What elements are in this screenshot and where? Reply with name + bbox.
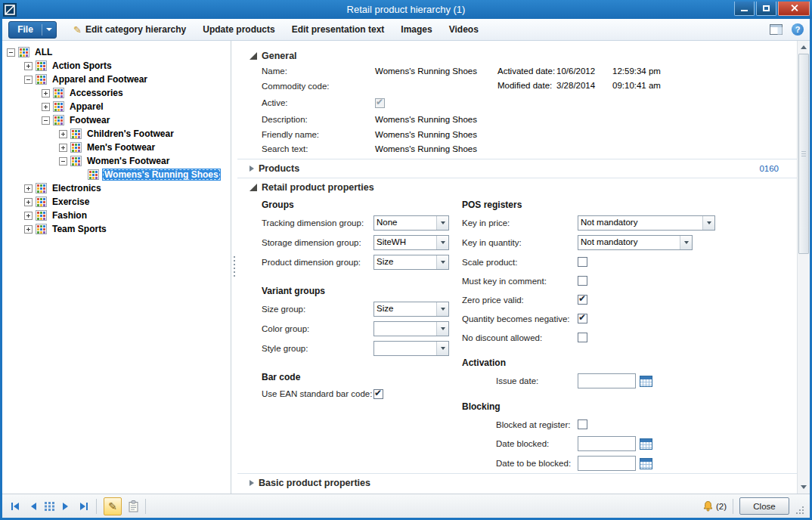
calendar-icon[interactable] [640, 438, 652, 450]
file-menu-button[interactable]: File [8, 21, 57, 39]
product-dimension-group-select[interactable]: Size [373, 255, 449, 270]
tree-item-electronics[interactable]: Electronics [2, 181, 231, 195]
scroll-up-button[interactable] [798, 41, 810, 54]
storage-dimension-group-select[interactable]: SiteWH [373, 235, 449, 250]
menu-item-edit-category-hierarchy[interactable]: ✎ Edit category hierarchy [73, 24, 186, 36]
scrollbar-thumb[interactable] [798, 54, 809, 254]
tracking-dimension-group-select[interactable]: None [373, 215, 449, 231]
basic-properties-section-header[interactable]: Basic product properties [237, 473, 797, 492]
field-row: Size group: Size [262, 299, 462, 319]
category-icon [70, 142, 82, 153]
menu-item-update-products[interactable]: Update products [203, 24, 274, 35]
expand-icon[interactable] [24, 212, 33, 220]
tree-item-all[interactable]: ALL [2, 45, 231, 59]
tree-item-womens-running-shoes[interactable]: Womens's Running Shoes [2, 168, 231, 181]
tree-item-footwear[interactable]: Footwear [2, 113, 231, 127]
field-label: Activated date: [497, 67, 556, 76]
style-group-select[interactable] [373, 341, 449, 356]
expand-icon[interactable] [24, 198, 33, 206]
help-icon[interactable]: ? [792, 23, 804, 36]
products-count-link[interactable]: 0160 [759, 164, 779, 173]
size-group-select[interactable]: Size [373, 302, 449, 317]
no-discount-allowed-checkbox[interactable] [578, 333, 587, 342]
calendar-icon[interactable] [640, 376, 652, 387]
expand-icon[interactable] [59, 130, 67, 138]
collapse-icon[interactable] [24, 76, 33, 84]
first-record-button[interactable] [10, 502, 22, 511]
expand-icon[interactable] [42, 89, 50, 98]
issue-date-input[interactable] [578, 373, 636, 388]
tree-item-action-sports[interactable]: Action Sports [2, 59, 231, 73]
expand-icon[interactable] [24, 62, 33, 70]
layout-pane-icon[interactable] [770, 24, 783, 35]
key-in-price-select[interactable]: Not mandatory [578, 215, 715, 231]
key-in-quantity-select[interactable]: Not mandatory [578, 235, 693, 250]
date-blocked-input[interactable] [578, 436, 636, 451]
menu-item-edit-presentation-text[interactable]: Edit presentation text [292, 24, 385, 35]
statusbar-divider [96, 499, 97, 514]
expand-icon[interactable] [42, 103, 50, 111]
expand-section-icon [249, 480, 254, 486]
field-row: Key in quantity: Not mandatory [462, 233, 797, 252]
field-label: Key in quantity: [462, 238, 578, 247]
category-icon [70, 156, 82, 166]
resize-grip[interactable] [795, 505, 805, 515]
expand-icon[interactable] [24, 225, 33, 234]
expand-icon[interactable] [24, 184, 33, 193]
field-row: Key in price: Not mandatory [462, 213, 797, 233]
field-row: Color group: [262, 319, 462, 339]
field-label: Quantity becomes negative: [462, 314, 578, 323]
retail-properties-section-header[interactable]: Retail product properties [237, 178, 797, 197]
color-group-select[interactable] [373, 321, 449, 336]
next-record-button[interactable] [61, 502, 70, 511]
zero-price-valid-checkbox[interactable] [578, 295, 587, 305]
tree-item-mens-footwear[interactable]: Men's Footwear [2, 141, 231, 154]
tree-item-exercise[interactable]: Exercise [2, 195, 231, 209]
tree-item-womens-footwear[interactable]: Women's Footwear [2, 154, 231, 168]
tree-item-team-sports[interactable]: Team Sports [2, 222, 231, 236]
general-section-header[interactable]: General [237, 48, 797, 63]
use-ean-barcode-checkbox[interactable] [373, 389, 383, 399]
menu-item-images[interactable]: Images [401, 24, 432, 35]
tree-item-apparel[interactable]: Apparel [2, 100, 231, 113]
field-row: Use EAN standard bar code: [262, 385, 462, 402]
collapse-icon[interactable] [7, 48, 15, 57]
grid-view-button[interactable] [45, 502, 54, 511]
tree-item-fashion[interactable]: Fashion [2, 209, 231, 222]
vertical-scrollbar[interactable] [797, 41, 810, 494]
tree-item-apparel-and-footwear[interactable]: Apparel and Footwear [2, 73, 231, 86]
collapse-icon[interactable] [59, 157, 67, 166]
must-key-in-comment-checkbox[interactable] [578, 276, 587, 286]
dropdown-arrow-icon [680, 236, 692, 249]
field-label: Zero price valid: [462, 296, 578, 305]
expand-icon[interactable] [59, 144, 67, 152]
notifications-button[interactable]: (2) [702, 500, 727, 512]
field-row: Quantity becomes negative: [462, 309, 797, 328]
category-icon [36, 74, 47, 85]
tree-item-childrens-footwear[interactable]: Children's Footwear [2, 127, 231, 141]
calendar-icon[interactable] [640, 458, 652, 469]
field-label: Active: [262, 98, 375, 107]
date-to-be-blocked-input[interactable] [578, 456, 636, 471]
quantity-becomes-negative-checkbox[interactable] [578, 314, 587, 323]
blocking-subheader: Blocking [462, 397, 797, 415]
tree-item-accessories[interactable]: Accessories [2, 86, 231, 100]
edit-record-button[interactable]: ✎ [104, 497, 122, 515]
scroll-down-button[interactable] [798, 481, 810, 494]
close-button[interactable]: Close [739, 497, 789, 515]
dropdown-arrow-icon [702, 216, 714, 230]
scale-product-checkbox[interactable] [578, 257, 587, 267]
last-record-button[interactable] [77, 502, 89, 511]
document-handling-button[interactable] [129, 500, 138, 512]
category-icon [36, 197, 47, 207]
bell-icon [702, 500, 714, 512]
panel-splitter[interactable] [231, 41, 237, 494]
previous-record-button[interactable] [29, 502, 38, 511]
category-icon [53, 88, 64, 98]
products-section-header[interactable]: Products 0160 [237, 159, 797, 178]
field-row: Search text: Womens's Running Shoes [262, 141, 797, 156]
collapse-icon[interactable] [42, 116, 50, 125]
menu-item-videos[interactable]: Videos [449, 24, 479, 35]
blocked-at-register-checkbox[interactable] [578, 419, 587, 429]
retail-left-column: Groups Tracking dimension group: None St… [262, 197, 462, 473]
